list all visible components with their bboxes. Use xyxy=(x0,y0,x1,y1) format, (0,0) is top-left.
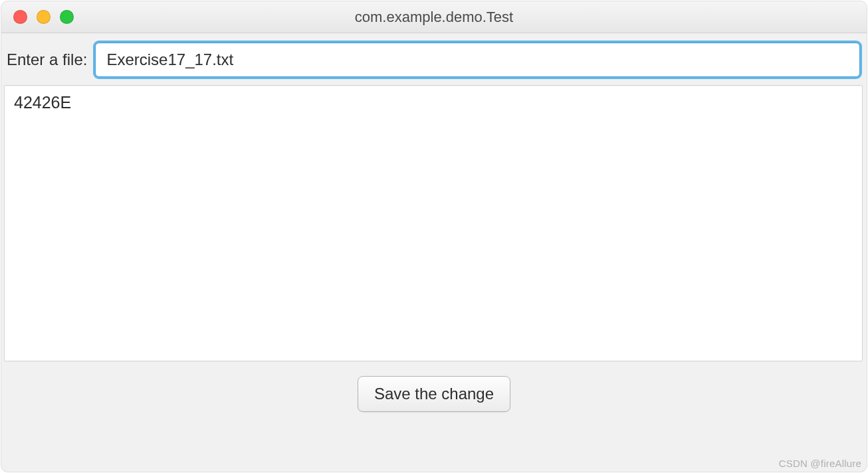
minimize-icon[interactable] xyxy=(37,10,51,24)
watermark: CSDN @fireAllure xyxy=(779,458,861,469)
titlebar[interactable]: com.example.demo.Test xyxy=(1,1,867,33)
app-window: com.example.demo.Test Enter a file: Save… xyxy=(1,1,867,472)
maximize-icon[interactable] xyxy=(60,10,74,24)
window-title: com.example.demo.Test xyxy=(1,9,867,26)
file-input[interactable] xyxy=(95,43,860,77)
close-icon[interactable] xyxy=(13,10,27,24)
window-controls xyxy=(1,10,74,24)
file-input-row: Enter a file: xyxy=(1,33,867,85)
content-textarea[interactable] xyxy=(4,85,863,361)
file-label: Enter a file: xyxy=(5,50,87,69)
button-row: Save the change xyxy=(1,364,867,472)
save-button[interactable]: Save the change xyxy=(358,376,510,412)
content-area-wrap xyxy=(1,85,867,364)
